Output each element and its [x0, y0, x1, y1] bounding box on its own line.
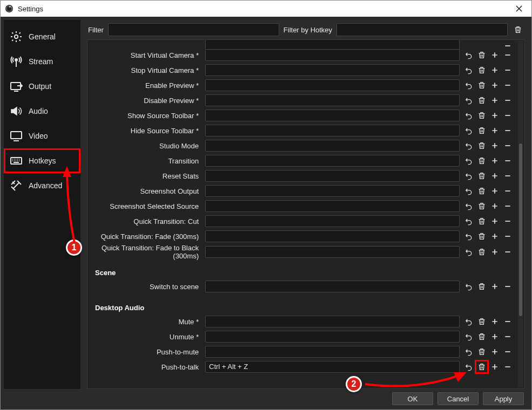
sidebar-item-stream[interactable]: Stream	[4, 49, 80, 74]
undo-button[interactable]	[463, 331, 475, 343]
add-button[interactable]	[489, 200, 501, 212]
remove-button[interactable]	[502, 230, 514, 242]
add-button[interactable]	[489, 246, 501, 258]
hotkey-input[interactable]	[205, 110, 460, 121]
add-button[interactable]	[489, 155, 501, 167]
remove-button[interactable]	[502, 49, 514, 61]
add-button[interactable]	[489, 94, 501, 106]
undo-button[interactable]	[463, 361, 475, 373]
undo-button[interactable]	[463, 49, 475, 61]
undo-button[interactable]	[463, 185, 475, 197]
clear-button[interactable]	[476, 110, 488, 121]
sidebar-item-advanced[interactable]: Advanced	[4, 173, 80, 198]
cancel-button[interactable]: Cancel	[437, 392, 479, 405]
undo-button[interactable]	[463, 140, 475, 152]
hotkey-input[interactable]	[205, 125, 460, 136]
add-button[interactable]	[489, 110, 501, 121]
undo-button[interactable]	[463, 94, 475, 106]
undo-button[interactable]	[463, 155, 475, 167]
clear-button[interactable]	[476, 246, 488, 258]
undo-button[interactable]	[463, 215, 475, 227]
clear-button[interactable]	[476, 64, 488, 76]
close-button[interactable]	[511, 1, 527, 17]
remove-button[interactable]	[502, 246, 514, 258]
undo-button[interactable]	[463, 230, 475, 242]
remove-button[interactable]	[502, 79, 514, 91]
clear-button[interactable]	[476, 346, 488, 358]
remove-button[interactable]	[502, 281, 514, 292]
hotkey-input[interactable]	[205, 230, 460, 242]
hotkey-input[interactable]	[205, 246, 460, 258]
add-button[interactable]	[489, 79, 501, 91]
add-button[interactable]	[489, 316, 501, 327]
clear-button[interactable]	[476, 94, 488, 106]
clear-button[interactable]	[476, 125, 488, 136]
hotkey-input[interactable]	[205, 170, 460, 182]
apply-button[interactable]: Apply	[483, 392, 524, 405]
clear-filters-button[interactable]	[512, 24, 524, 36]
remove-button[interactable]	[502, 110, 514, 121]
undo-button[interactable]	[463, 79, 475, 91]
remove-button[interactable]	[502, 215, 514, 227]
undo-button[interactable]	[463, 246, 475, 258]
sidebar-item-hotkeys[interactable]: Hotkeys	[4, 148, 80, 173]
undo-button[interactable]	[463, 170, 475, 182]
clear-button[interactable]	[476, 215, 488, 227]
undo-button[interactable]	[463, 316, 475, 327]
clear-button[interactable]	[476, 200, 488, 212]
add-button[interactable]	[489, 361, 501, 373]
remove-button[interactable]	[502, 125, 514, 136]
clear-button[interactable]	[476, 331, 488, 343]
add-button[interactable]	[489, 140, 501, 152]
clear-button[interactable]	[476, 230, 488, 242]
undo-button[interactable]	[463, 64, 475, 76]
add-button[interactable]	[489, 185, 501, 197]
filter-by-hotkey-input[interactable]	[336, 23, 508, 36]
add-button[interactable]	[489, 346, 501, 358]
add-button[interactable]	[489, 230, 501, 242]
add-button[interactable]	[489, 64, 501, 76]
undo-button[interactable]	[463, 110, 475, 121]
remove-button[interactable]	[502, 155, 514, 167]
clear-button[interactable]	[476, 79, 488, 91]
remove-button[interactable]	[502, 185, 514, 197]
hotkey-input[interactable]	[205, 346, 460, 358]
sidebar-item-video[interactable]: Video	[4, 124, 80, 148]
add-button[interactable]	[489, 331, 501, 343]
hotkey-input[interactable]	[205, 79, 460, 91]
filter-input[interactable]	[108, 23, 279, 36]
hotkey-input[interactable]	[205, 155, 460, 167]
hotkey-input[interactable]	[205, 316, 460, 327]
clear-button[interactable]	[476, 361, 488, 373]
undo-button[interactable]	[463, 125, 475, 136]
undo-button[interactable]	[463, 281, 475, 292]
remove-button[interactable]	[502, 346, 514, 358]
scrollbar[interactable]	[518, 41, 523, 387]
remove-button[interactable]	[502, 331, 514, 343]
remove-button[interactable]	[502, 361, 514, 373]
add-button[interactable]	[489, 215, 501, 227]
sidebar-item-general[interactable]: General	[4, 24, 80, 49]
add-button[interactable]	[489, 49, 501, 61]
add-button[interactable]	[489, 281, 501, 292]
remove-button[interactable]	[502, 316, 514, 327]
remove-button[interactable]	[502, 64, 514, 76]
undo-button[interactable]	[463, 200, 475, 212]
hotkey-input[interactable]	[205, 215, 460, 227]
ok-button[interactable]: OK	[392, 392, 433, 405]
clear-button[interactable]	[476, 170, 488, 182]
add-button[interactable]	[489, 125, 501, 136]
hotkey-input[interactable]	[205, 185, 460, 197]
undo-button[interactable]	[463, 346, 475, 358]
hotkey-input[interactable]	[205, 140, 460, 152]
hotkey-input[interactable]	[205, 94, 460, 106]
clear-button[interactable]	[476, 49, 488, 61]
clear-button[interactable]	[476, 140, 488, 152]
remove-button[interactable]	[502, 94, 514, 106]
hotkey-input[interactable]	[205, 281, 460, 292]
remove-button[interactable]	[502, 170, 514, 182]
hotkey-input[interactable]	[205, 64, 460, 76]
scrollbar-thumb[interactable]	[519, 144, 522, 316]
hotkey-input[interactable]	[205, 49, 460, 61]
hotkey-input[interactable]	[205, 331, 460, 343]
